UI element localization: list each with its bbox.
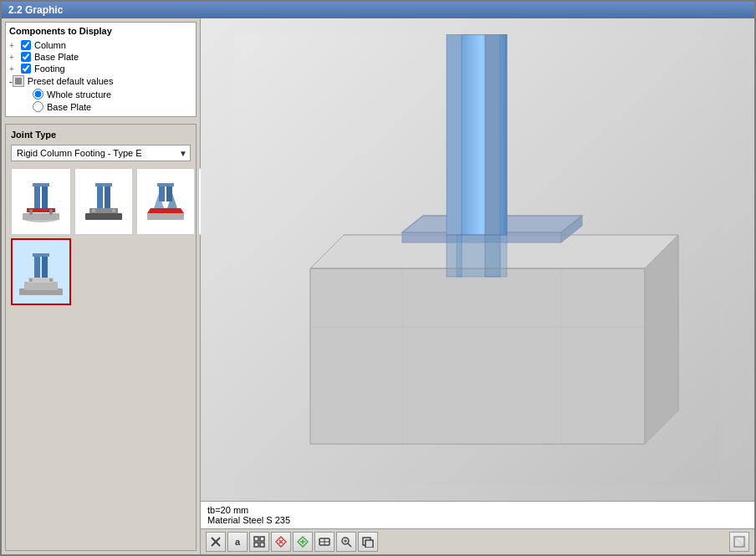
toolbar-buttons-left: a [206,532,378,552]
svg-rect-62 [254,537,258,541]
toolbar-btn-extra[interactable] [358,532,378,552]
svg-point-17 [112,209,115,212]
svg-point-9 [29,212,33,215]
svg-rect-0 [15,78,22,84]
joint-type-dropdown[interactable]: Rigid Column Footing - Type A Rigid Colu… [11,145,191,161]
svg-rect-33 [24,282,58,290]
svg-rect-51 [447,34,462,235]
joint-icon-type1-svg [16,176,66,227]
toolbar-btn-remove[interactable] [271,532,291,552]
tree-item-baseplate[interactable]: + Base Plate [9,51,192,63]
left-panel: Components to Display + Column + Base Pl… [2,18,201,554]
joint-type-section: Joint Type Rigid Column Footing - Type A… [5,124,197,551]
label-baseplate-preset: Base Plate [47,102,91,112]
toolbar-btn-grid[interactable] [249,532,269,552]
scene-container [201,18,754,501]
joint-icon-type2-svg [79,176,129,227]
label-whole-structure: Whole structure [47,89,111,99]
svg-rect-4 [34,185,40,208]
svg-rect-13 [97,185,103,208]
svg-rect-23 [166,185,172,201]
joint-type-dropdown-container: Rigid Column Footing - Type A Rigid Colu… [11,145,191,161]
label-preset: Preset default values [28,76,114,86]
right-panel: tb=20 mm Material Steel S 235 a [201,18,754,554]
toolbar-btn-view[interactable] [314,532,335,552]
svg-marker-19 [147,208,184,213]
window-title: 2.2 Graphic [8,4,63,16]
preset-icon [13,75,24,87]
toolbar-btn-text[interactable]: a [227,532,248,552]
components-section: Components to Display + Column + Base Pl… [5,22,197,117]
joint-icon-type1[interactable] [11,168,71,235]
svg-rect-36 [42,255,48,278]
svg-point-38 [29,278,33,282]
svg-point-16 [92,209,95,212]
svg-rect-18 [147,213,184,220]
svg-point-39 [49,278,53,282]
svg-rect-55 [485,235,500,277]
components-header: Components to Display [9,26,192,36]
bottom-toolbar: a [201,528,754,554]
label-footing: Footing [34,64,65,74]
main-window: 2.2 Graphic Components to Display + Colu… [0,0,756,556]
viewport-3d[interactable] [201,18,754,501]
svg-rect-52 [485,34,500,235]
svg-rect-6 [33,183,49,186]
joint-icon-type5-svg [16,247,66,297]
svg-rect-15 [95,183,112,186]
info-line1: tb=20 mm [207,505,748,515]
svg-rect-5 [42,185,48,208]
tree-item-preset: - Preset default values [9,74,192,88]
radio-item-baseplate-preset[interactable]: Base Plate [33,100,192,113]
svg-marker-46 [645,235,678,444]
joint-icons-grid [11,168,191,305]
label-column: Column [34,40,66,50]
expander-baseplate[interactable]: + [9,53,21,62]
info-line2: Material Steel S 235 [207,515,748,525]
radio-item-whole-structure[interactable]: Whole structure [33,88,192,100]
svg-rect-80 [365,540,373,548]
joint-icon-type3[interactable] [136,168,195,235]
label-baseplate: Base Plate [34,52,79,62]
joint-icon-type2[interactable] [74,168,133,235]
3d-scene-svg [235,34,720,486]
text-icon: a [235,537,240,547]
tree-item-column[interactable]: + Column [9,39,192,51]
svg-line-82 [734,537,744,547]
toolbar-btn-help[interactable] [729,532,749,552]
svg-rect-14 [105,185,110,208]
toolbar-btn-zoom[interactable] [336,532,356,552]
title-bar: 2.2 Graphic [2,2,754,18]
radio-baseplate-preset[interactable] [33,101,43,112]
svg-rect-11 [85,213,122,220]
joint-icon-type5[interactable] [11,238,71,305]
checkbox-footing[interactable] [21,64,31,74]
svg-rect-35 [34,255,40,278]
svg-rect-22 [159,185,165,201]
svg-line-76 [348,543,351,547]
joint-icon-type3-svg [140,176,191,227]
svg-rect-64 [254,543,258,547]
svg-rect-54 [447,235,462,277]
checkbox-baseplate[interactable] [21,52,31,62]
svg-rect-65 [260,543,264,547]
info-bar: tb=20 mm Material Steel S 235 [201,501,754,528]
svg-rect-2 [23,213,59,220]
svg-marker-44 [310,268,645,444]
joint-type-header: Joint Type [11,130,191,140]
svg-rect-24 [157,183,174,186]
radio-whole-structure[interactable] [33,89,43,99]
toolbar-btn-delete[interactable] [293,532,313,552]
tree-item-footing[interactable]: + Footing [9,63,192,74]
checkbox-column[interactable] [21,40,31,50]
expander-column[interactable]: + [9,41,21,50]
toolbar-btn-cut[interactable] [206,532,226,552]
expander-footing[interactable]: + [9,64,21,74]
svg-point-10 [49,212,53,215]
svg-rect-63 [260,537,264,541]
svg-rect-37 [33,253,49,257]
